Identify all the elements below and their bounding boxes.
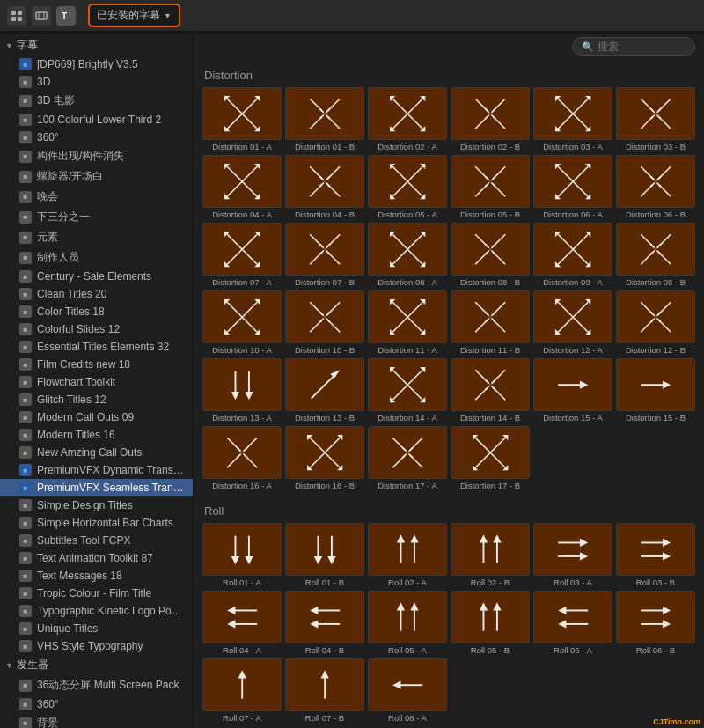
sidebar-item-28[interactable]: ■ Text Messages 18 — [0, 567, 193, 585]
distortion-item-28[interactable]: Distortion 15 - A — [533, 358, 612, 423]
distortion-item-33[interactable]: Distortion 17 - B — [451, 426, 530, 490]
distortion-item-27[interactable]: Distortion 14 - B — [451, 358, 530, 423]
roll-grid: Roll 01 - A Roll 01 - B Roll 02 - A — [202, 523, 695, 723]
distortion-item-11[interactable]: Distortion 06 - B — [616, 155, 695, 219]
sidebar-item-27[interactable]: ■ Text Animation Toolkit 87 — [0, 549, 193, 567]
sidebar-item-22[interactable]: ■ PremiumVFX Dynamic Transiti... — [0, 461, 193, 479]
sidebar-item-31[interactable]: ■ Unique Titles — [0, 620, 193, 637]
distortion-item-29[interactable]: Distortion 15 - B — [616, 358, 695, 423]
distortion-item-22[interactable]: Distortion 12 - A — [533, 290, 612, 355]
sidebar-item-3[interactable]: ■ 100 Colorful Lower Third 2 — [0, 111, 193, 129]
roll-item-10[interactable]: Roll 06 - A — [533, 591, 612, 655]
distortion-item-32[interactable]: Distortion 17 - A — [368, 426, 447, 490]
sidebar-item-14[interactable]: ■ Colorful Slides 12 — [0, 320, 193, 338]
distortion-item-20[interactable]: Distortion 11 - A — [368, 290, 447, 355]
distortion-item-24[interactable]: Distortion 13 - A — [202, 358, 282, 423]
search-input[interactable] — [598, 40, 686, 53]
sidebar-item-24[interactable]: ■ Simple Design Titles — [0, 496, 193, 514]
sidebar-item-0[interactable]: ■ [DP669] Brightly V3.5 — [0, 55, 193, 73]
distortion-item-3[interactable]: Distortion 02 - B — [451, 87, 530, 151]
roll-item-2[interactable]: Roll 02 - A — [368, 523, 447, 587]
sidebar-item-21[interactable]: ■ New Amzing Call Outs — [0, 444, 193, 461]
roll-item-4[interactable]: Roll 03 - A — [533, 523, 612, 587]
distortion-item-1[interactable]: Distortion 01 - B — [285, 87, 364, 151]
distortion-item-2[interactable]: Distortion 02 - A — [368, 87, 447, 151]
sidebar-item-8[interactable]: ■ 下三分之一 — [0, 207, 193, 227]
svg-marker-201 — [231, 392, 239, 400]
svg-line-120 — [392, 234, 407, 249]
distortion-item-17[interactable]: Distortion 09 - B — [616, 223, 695, 287]
sidebar-item-26[interactable]: ■ Subtitles Tool FCPX — [0, 532, 193, 549]
distortion-item-10[interactable]: Distortion 06 - A — [533, 155, 612, 219]
distortion-item-18[interactable]: Distortion 10 - A — [202, 290, 282, 355]
distortion-item-19[interactable]: Distortion 10 - B — [285, 290, 364, 355]
icon-titles[interactable]: T — [56, 6, 76, 26]
roll-item-13[interactable]: Roll 07 - B — [285, 658, 364, 723]
sidebar-item-1[interactable]: ■ 3D — [0, 73, 193, 91]
distortion-item-0[interactable]: Distortion 01 - A — [202, 87, 282, 151]
roll-item-9[interactable]: Roll 05 - B — [451, 591, 530, 655]
distortion-item-7[interactable]: Distortion 04 - B — [285, 155, 364, 219]
sidebar-item-9[interactable]: ■ 元素 — [0, 227, 193, 247]
search-input-wrap[interactable]: 🔍 — [572, 37, 695, 56]
sidebar-gen-item-1[interactable]: ■ 360° — [0, 695, 193, 713]
distortion-item-25[interactable]: Distortion 13 - B — [285, 358, 364, 423]
roll-item-5[interactable]: Roll 03 - B — [616, 523, 695, 587]
distortion-item-30[interactable]: Distortion 16 - A — [202, 426, 282, 490]
distortion-item-9[interactable]: Distortion 05 - B — [451, 155, 530, 219]
roll-item-14[interactable]: Roll 08 - A — [368, 658, 447, 723]
sidebar-item-18[interactable]: ■ Glitch Titles 12 — [0, 391, 193, 408]
distortion-item-14[interactable]: Distortion 08 - A — [368, 223, 447, 287]
sidebar-section-zemu[interactable]: ▼ 字幕 — [0, 35, 193, 55]
svg-marker-243 — [402, 447, 407, 452]
roll-item-3[interactable]: Roll 02 - B — [451, 523, 530, 587]
sidebar-item-12[interactable]: ■ Clean Titles 20 — [0, 285, 193, 303]
sidebar-item-19[interactable]: ■ Modern Call Outs 09 — [0, 408, 193, 426]
distortion-item-8[interactable]: Distortion 05 - A — [368, 155, 447, 219]
sidebar-item-6[interactable]: ■ 螺旋器/开场白 — [0, 166, 193, 187]
distortion-item-4[interactable]: Distortion 03 - A — [533, 87, 612, 151]
svg-text:T: T — [62, 11, 67, 21]
sidebar-section-generator[interactable]: ▼ 发生器 — [0, 655, 193, 675]
sidebar-item-29[interactable]: ■ Tropic Colour - Film Title — [0, 585, 193, 602]
distortion-item-26[interactable]: Distortion 14 - A — [368, 358, 447, 423]
svg-marker-281 — [663, 552, 671, 560]
sidebar-item-16[interactable]: ■ Film Credits new 18 — [0, 356, 193, 373]
sidebar-item-32[interactable]: ■ VHS Style Typography — [0, 637, 193, 655]
sidebar-item-15[interactable]: ■ Essential Titles Elements 32 — [0, 338, 193, 356]
roll-item-7[interactable]: Roll 04 - B — [285, 591, 364, 655]
sidebar-item-17[interactable]: ■ Flowchart Toolkit — [0, 373, 193, 391]
roll-item-6[interactable]: Roll 04 - A — [202, 591, 282, 655]
svg-line-124 — [392, 249, 407, 264]
sidebar-item-30[interactable]: ■ Typographic Kinetic Logo Post... — [0, 602, 193, 620]
sidebar-item-11[interactable]: ■ Century - Sale Elements — [0, 268, 193, 285]
sidebar-item-10[interactable]: ■ 制作人员 — [0, 247, 193, 268]
icon-grid[interactable] — [7, 6, 26, 26]
distortion-item-15[interactable]: Distortion 08 - B — [451, 223, 530, 287]
distortion-item-13[interactable]: Distortion 07 - B — [285, 223, 364, 287]
roll-item-1[interactable]: Roll 01 - B — [285, 523, 364, 587]
sidebar-item-20[interactable]: ■ Modern Titles 16 — [0, 426, 193, 444]
distortion-item-21[interactable]: Distortion 11 - B — [451, 290, 530, 355]
distortion-item-5[interactable]: Distortion 03 - B — [616, 87, 695, 151]
distortion-item-6[interactable]: Distortion 04 - A — [202, 155, 282, 219]
distortion-item-23[interactable]: Distortion 12 - B — [616, 290, 695, 355]
sidebar-item-5[interactable]: ■ 构件出现/构件消失 — [0, 146, 193, 166]
sidebar-item-7[interactable]: ■ 晚会 — [0, 187, 193, 207]
sidebar-item-2[interactable]: ■ 3D 电影 — [0, 91, 193, 111]
sidebar-gen-item-0[interactable]: ■ 36动态分屏 Multi Screen Pack — [0, 675, 193, 695]
sidebar-gen-item-2[interactable]: ■ 背景 — [0, 713, 193, 728]
roll-item-12[interactable]: Roll 07 - A — [202, 658, 282, 723]
distortion-item-16[interactable]: Distortion 09 - A — [533, 223, 612, 287]
roll-item-0[interactable]: Roll 01 - A — [202, 523, 282, 587]
installed-fonts-dropdown[interactable]: 已安装的字幕 ▼ — [88, 4, 180, 27]
sidebar-item-23[interactable]: ■ PremiumVFX Seamless Transiti... — [0, 479, 193, 496]
sidebar-item-4[interactable]: ■ 360° — [0, 129, 193, 146]
sidebar-item-25[interactable]: ■ Simple Horizontal Bar Charts — [0, 514, 193, 532]
icon-film[interactable] — [32, 6, 51, 26]
distortion-item-31[interactable]: Distortion 16 - B — [285, 426, 364, 490]
sidebar-item-13[interactable]: ■ Color Titles 18 — [0, 303, 193, 320]
roll-item-11[interactable]: Roll 06 - B — [616, 591, 695, 655]
roll-item-8[interactable]: Roll 05 - A — [368, 591, 447, 655]
distortion-item-12[interactable]: Distortion 07 - A — [202, 223, 282, 287]
